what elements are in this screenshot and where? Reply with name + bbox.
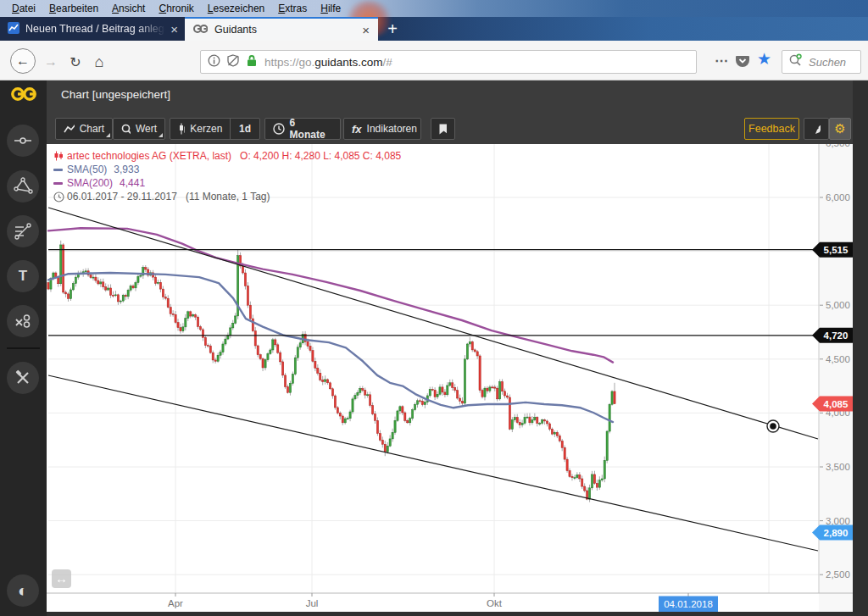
svg-text:4,500: 4,500 <box>826 354 850 364</box>
range-duration: (11 Monate, 1 Tag) <box>186 190 270 203</box>
new-tab-button[interactable]: + <box>383 20 402 39</box>
svg-text:Okt: Okt <box>487 598 503 608</box>
chart-legend: artec technologies AG (XETRA, last) O: 4… <box>53 149 401 203</box>
tab-title: Neuen Thread / Beitrag anlegen <box>25 23 165 35</box>
line-chart-icon <box>64 124 75 134</box>
date-range: 06.01.2017 - 29.11.2017 <box>67 190 177 203</box>
search-placeholder: Suchen <box>809 56 846 69</box>
bookmark-star-icon[interactable]: ★ <box>757 49 771 69</box>
menu-ansicht[interactable]: Ansicht <box>105 1 152 16</box>
svg-text:5,515: 5,515 <box>824 245 849 255</box>
settings-gear-button[interactable]: ⚙ <box>829 118 851 140</box>
period-button[interactable]: 6 Monate <box>264 118 341 140</box>
chart-panel[interactable]: 6,5006,0005,5005,0004,5004,0003,5003,000… <box>47 144 853 612</box>
chart-toolbar: Chart Wert Kerzen 1d 6 Monate fx Indikat… <box>47 108 853 144</box>
candle-style-button[interactable]: Kerzen 1d <box>170 118 260 140</box>
svg-text:Jul: Jul <box>306 598 319 608</box>
chart-canvas[interactable]: 6,5006,0005,5005,0004,5004,0003,5003,000… <box>47 144 853 612</box>
candle-series-icon <box>53 151 67 161</box>
clock-icon <box>273 123 285 135</box>
price-axis-background <box>819 144 853 612</box>
instrument-search-button[interactable]: Wert <box>113 118 165 140</box>
forward-arrow-icon: → <box>44 54 58 69</box>
gear-icon: ⚙ <box>834 121 845 136</box>
pan-arrow-icon: ↔ <box>55 571 68 585</box>
shape-triangle-tool[interactable] <box>7 170 39 203</box>
sma50-label: SMA(50) <box>67 163 107 176</box>
forward-button[interactable]: → <box>38 49 64 75</box>
legend-sma50-row[interactable]: SMA(50) 3,933 <box>53 163 401 176</box>
back-button[interactable]: ← <box>10 48 36 74</box>
forum-tab-favicon <box>7 21 20 37</box>
tab-forum-thread[interactable]: Neuen Thread / Beitrag anlegen × <box>0 17 185 41</box>
brush-icon <box>812 123 821 135</box>
feedback-button[interactable]: Feedback <box>744 118 799 140</box>
pan-left-button[interactable]: ↔ <box>52 569 71 588</box>
screen: Datei Bearbeiten Ansicht Chronik Lesezei… <box>0 0 868 616</box>
candles-icon <box>178 123 185 135</box>
page-actions-icon[interactable]: ⋯ <box>715 53 728 69</box>
tracking-protection-icon[interactable] <box>226 54 240 70</box>
reload-icon: ↻ <box>70 54 81 70</box>
menu-hilfe[interactable]: Hilfe <box>314 1 348 16</box>
svg-text:6,500: 6,500 <box>826 144 850 148</box>
search-field[interactable]: Suchen <box>782 50 861 74</box>
svg-text:Apr: Apr <box>168 598 183 608</box>
time-range-clock-icon <box>53 191 67 203</box>
chart-type-button[interactable]: Chart <box>55 118 113 140</box>
fx-icon: fx <box>352 123 362 136</box>
text-tool[interactable]: T <box>7 260 39 292</box>
tab-close-icon[interactable]: × <box>362 24 370 36</box>
menu-datei[interactable]: Datei <box>5 1 42 16</box>
menu-chronik[interactable]: Chronik <box>152 1 200 16</box>
drawing-brush-button[interactable] <box>804 118 829 140</box>
svg-text:6,000: 6,000 <box>826 192 850 203</box>
theme-contrast-toggle[interactable]: ◐ <box>7 574 39 607</box>
url-bar[interactable]: https://go.guidants.com/# <box>200 50 697 74</box>
contrast-icon: ◐ <box>18 581 28 601</box>
guidants-tab-favicon <box>193 23 208 37</box>
horizontal-line-tool[interactable] <box>7 125 39 157</box>
tab-close-icon[interactable]: × <box>170 23 178 36</box>
pattern-tool[interactable] <box>7 305 39 337</box>
instrument-name: artec technologies AG (XETRA, last) <box>67 149 231 163</box>
menu-extras[interactable]: Extras <box>271 1 314 16</box>
home-button[interactable]: ⌂ <box>86 49 112 75</box>
tools-settings-tool[interactable] <box>7 362 39 394</box>
svg-text:2,500: 2,500 <box>826 569 850 580</box>
legend-sma200-row[interactable]: SMA(200) 4,441 <box>53 176 401 190</box>
back-arrow-icon: ← <box>16 53 30 69</box>
pocket-icon[interactable] <box>734 53 751 73</box>
save-bookmark-button[interactable] <box>431 118 455 140</box>
svg-text:4,720: 4,720 <box>824 330 849 341</box>
app-title: Chart [ungespeichert] <box>61 88 170 101</box>
fibonacci-tool[interactable] <box>7 215 39 247</box>
page-info-icon[interactable] <box>208 54 220 70</box>
sma200-label: SMA(200) <box>67 176 113 190</box>
text-tool-glyph: T <box>19 268 27 285</box>
trendline-handle[interactable] <box>767 420 779 432</box>
sma200-line-icon <box>53 182 67 185</box>
svg-text:04.01.2018: 04.01.2018 <box>664 599 713 609</box>
https-lock-icon <box>246 54 258 70</box>
menu-bearbeiten[interactable]: Bearbeiten <box>42 1 105 16</box>
corner-expander <box>159 133 163 137</box>
svg-text:5,000: 5,000 <box>826 300 850 310</box>
tab-title: Guidants <box>214 24 355 36</box>
home-icon: ⌂ <box>95 53 104 71</box>
interval-segment[interactable]: 1d <box>231 123 259 135</box>
app-right-strip <box>853 80 868 616</box>
magnifier-icon <box>121 124 131 135</box>
tab-guidants[interactable]: Guidants × <box>185 17 378 41</box>
legend-instrument-row[interactable]: artec technologies AG (XETRA, last) O: 4… <box>53 149 401 163</box>
corner-expander <box>106 133 110 137</box>
reload-button[interactable]: ↻ <box>63 49 88 75</box>
menu-lesezeichen[interactable]: Lesezeichen <box>201 1 271 16</box>
sidebar-divider <box>7 347 40 349</box>
url-text: https://go.guidants.com/# <box>264 56 392 69</box>
ohlc-values: O: 4,200 H: 4,280 L: 4,085 C: 4,085 <box>240 149 401 163</box>
app-header: Chart [ungespeichert] <box>47 80 853 108</box>
guidants-logo[interactable] <box>0 80 47 108</box>
indicators-button[interactable]: fx Indikatoren <box>343 118 421 140</box>
svg-text:2,890: 2,890 <box>824 528 849 538</box>
